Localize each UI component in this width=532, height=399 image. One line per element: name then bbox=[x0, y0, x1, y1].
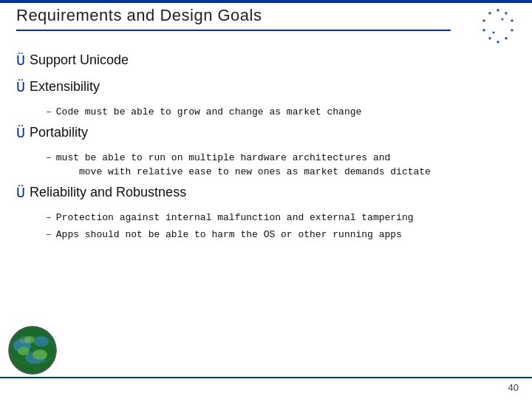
svg-point-18 bbox=[18, 347, 30, 355]
sub-text-reliability-2: Apps should not be able to harm the OS o… bbox=[56, 228, 402, 242]
bottom-border-line bbox=[0, 377, 532, 378]
svg-text:★: ★ bbox=[488, 10, 492, 17]
bullet-text-unicode: Support Unicode bbox=[30, 52, 129, 69]
sub-dash-reliability-1: – bbox=[46, 211, 52, 225]
svg-text:★: ★ bbox=[496, 7, 500, 14]
bullet-arrow-extensibility: Ü bbox=[16, 78, 25, 98]
sub-text-portability-1: must be able to run on multiple hardware… bbox=[56, 151, 431, 180]
sub-dash-portability-1: – bbox=[46, 151, 52, 166]
top-border-line bbox=[0, 0, 532, 3]
bullet-portability: Ü Portability bbox=[16, 124, 516, 143]
bullet-reliability: Ü Reliability and Robustness bbox=[16, 184, 516, 203]
bullet-text-portability: Portability bbox=[30, 124, 88, 141]
bullet-arrow-portability: Ü bbox=[16, 124, 25, 143]
bullet-extensibility: Ü Extensibility bbox=[16, 78, 516, 98]
content-area: Ü Support Unicode Ü Extensibility – Code… bbox=[16, 52, 516, 245]
page-number: 40 bbox=[508, 382, 519, 393]
sub-bullet-reliability-1: – Protection against internal malfunctio… bbox=[46, 211, 516, 225]
sub-text-reliability-1: Protection against internal malfunction … bbox=[56, 211, 414, 225]
svg-text:★: ★ bbox=[510, 27, 514, 34]
title-underline bbox=[16, 30, 451, 31]
title-area: Requirements and Design Goals bbox=[16, 6, 451, 31]
slide: ★ ★ ★ ★ ★ ★ ★ ★ ★ ★ ★ bbox=[0, 0, 532, 399]
bullet-arrow-reliability: Ü bbox=[16, 184, 25, 203]
sub-text-extensibility-1: Code must be able to grow and change as … bbox=[56, 105, 361, 120]
sub-dash-reliability-2: – bbox=[46, 228, 52, 242]
svg-point-17 bbox=[33, 349, 47, 360]
eu-logo: ★ ★ ★ ★ ★ ★ ★ ★ ★ ★ ★ bbox=[460, 7, 519, 48]
sub-bullet-reliability-2: – Apps should not be able to harm the OS… bbox=[46, 228, 516, 242]
svg-text:★: ★ bbox=[492, 29, 496, 35]
bullet-text-extensibility: Extensibility bbox=[30, 78, 100, 95]
svg-text:★: ★ bbox=[501, 16, 505, 22]
svg-text:★: ★ bbox=[496, 38, 500, 46]
svg-text:★: ★ bbox=[482, 17, 486, 24]
bullet-text-reliability: Reliability and Robustness bbox=[30, 184, 186, 201]
sub-bullet-portability-1: – must be able to run on multiple hardwa… bbox=[46, 151, 516, 180]
sub-bullet-extensibility-1: – Code must be able to grow and change a… bbox=[46, 105, 516, 120]
svg-text:★: ★ bbox=[504, 35, 508, 42]
bullet-arrow-unicode: Ü bbox=[16, 52, 25, 71]
svg-text:★: ★ bbox=[482, 27, 486, 34]
svg-point-15 bbox=[34, 336, 49, 347]
svg-point-20 bbox=[19, 336, 31, 344]
svg-text:★: ★ bbox=[510, 17, 514, 24]
bullet-unicode: Ü Support Unicode bbox=[16, 52, 516, 71]
svg-text:★: ★ bbox=[504, 10, 508, 17]
sub-dash-extensibility-1: – bbox=[46, 105, 52, 120]
slide-title: Requirements and Design Goals bbox=[16, 6, 451, 25]
svg-text:★: ★ bbox=[488, 35, 492, 42]
globe-image bbox=[7, 325, 58, 375]
